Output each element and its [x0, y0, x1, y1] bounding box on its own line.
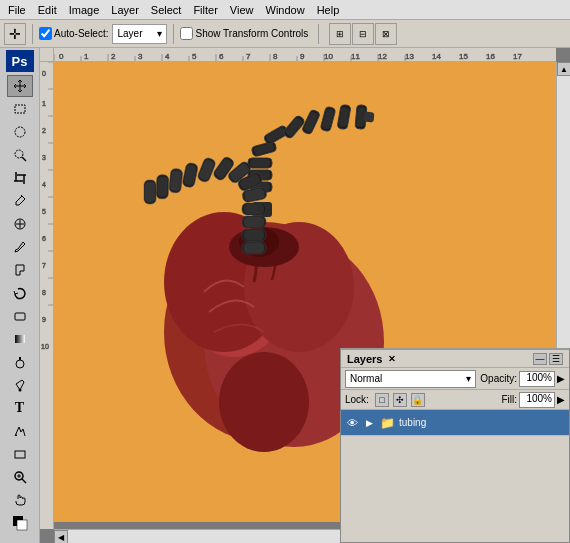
layers-tab-close[interactable]: ✕	[388, 354, 396, 364]
clone-stamp-tool[interactable]	[7, 259, 33, 281]
layer-name: tubing	[399, 417, 565, 428]
menu-window[interactable]: Window	[260, 2, 311, 18]
hand-tool[interactable]	[7, 489, 33, 511]
options-bar: ✛ Auto-Select: Layer ▾ Show Transform Co…	[0, 20, 570, 48]
opacity-control: Opacity: 100% ▶	[480, 371, 565, 387]
svg-point-1	[15, 127, 25, 137]
menu-help[interactable]: Help	[311, 2, 346, 18]
eyedropper-tool[interactable]	[7, 190, 33, 212]
opacity-label: Opacity:	[480, 373, 517, 384]
svg-text:6: 6	[42, 235, 46, 242]
fill-input[interactable]: 100%	[519, 392, 555, 408]
marquee-tool[interactable]	[7, 98, 33, 120]
transform-controls-group: Show Transform Controls	[180, 27, 308, 40]
blend-mode-dropdown[interactable]: Normal ▾	[345, 370, 476, 388]
ruler-corner	[40, 48, 54, 62]
layer-folder-icon: 📁	[379, 416, 395, 430]
svg-text:2: 2	[42, 127, 46, 134]
menu-image[interactable]: Image	[63, 2, 106, 18]
svg-point-84	[219, 352, 309, 452]
menu-bar: File Edit Image Layer Select Filter View…	[0, 0, 570, 20]
align-left-btn[interactable]: ⊞	[329, 23, 351, 45]
layers-blend-toolbar: Normal ▾ Opacity: 100% ▶	[341, 368, 569, 390]
menu-layer[interactable]: Layer	[105, 2, 145, 18]
svg-text:0: 0	[42, 70, 46, 77]
svg-text:12: 12	[378, 52, 387, 61]
menu-file[interactable]: File	[2, 2, 32, 18]
dodge-tool[interactable]	[7, 351, 33, 373]
svg-text:14: 14	[432, 52, 441, 61]
menu-select[interactable]: Select	[145, 2, 188, 18]
scroll-left-btn[interactable]: ◀	[54, 530, 68, 543]
layer-expand-arrow[interactable]: ▶	[363, 417, 375, 429]
quick-select-tool[interactable]	[7, 144, 33, 166]
lasso-tool[interactable]	[7, 121, 33, 143]
layers-lock-bar: Lock: □ ✣ 🔒 Fill: 100% ▶	[341, 390, 569, 410]
pen-tool[interactable]	[7, 374, 33, 396]
canvas-area[interactable]: 0 1 2 3 4 5 6 7 8 9 10 11 12 13 14 15 16	[40, 48, 570, 543]
menu-filter[interactable]: Filter	[187, 2, 223, 18]
photoshop-badge: Ps	[6, 50, 34, 72]
brush-tool[interactable]	[7, 236, 33, 258]
dropdown-arrow-icon: ▾	[157, 28, 162, 39]
zoom-tool[interactable]	[7, 466, 33, 488]
layer-row[interactable]: 👁 ▶ 📁 tubing	[341, 410, 569, 436]
lock-icons-group: □ ✣ 🔒	[375, 393, 425, 407]
svg-rect-89	[252, 183, 270, 191]
color-picker[interactable]	[7, 512, 33, 534]
opacity-input[interactable]: 100%	[519, 371, 555, 387]
eraser-tool[interactable]	[7, 305, 33, 327]
svg-text:10: 10	[324, 52, 333, 61]
transform-controls-checkbox[interactable]	[180, 27, 193, 40]
menu-view[interactable]: View	[224, 2, 260, 18]
path-selection-tool[interactable]	[7, 420, 33, 442]
move-tool-btn[interactable]: ✛	[4, 23, 26, 45]
svg-rect-12	[15, 313, 25, 320]
layer-dropdown[interactable]: Layer ▾	[112, 24, 167, 44]
align-center-btn[interactable]: ⊟	[352, 23, 374, 45]
svg-text:9: 9	[300, 52, 305, 61]
auto-select-checkbox[interactable]	[39, 27, 52, 40]
svg-text:11: 11	[351, 52, 360, 61]
gradient-tool[interactable]	[7, 328, 33, 350]
shape-tool[interactable]	[7, 443, 33, 465]
ruler-horizontal: 0 1 2 3 4 5 6 7 8 9 10 11 12 13 14 15 16	[54, 48, 556, 62]
move-tool[interactable]	[7, 75, 33, 97]
layers-tab[interactable]: Layers ✕	[347, 353, 396, 365]
layers-panel: Layers ✕ — ☰ Normal ▾ Opacity: 100%	[340, 348, 570, 543]
svg-point-86	[239, 227, 279, 257]
svg-rect-0	[15, 105, 25, 113]
scroll-up-btn[interactable]: ▲	[557, 62, 570, 76]
layer-visibility-toggle[interactable]: 👁	[345, 416, 359, 430]
lock-all-btn[interactable]: 🔒	[411, 393, 425, 407]
auto-select-checkbox-group: Auto-Select:	[39, 27, 108, 40]
svg-text:3: 3	[42, 154, 46, 161]
healing-brush-tool[interactable]	[7, 213, 33, 235]
svg-text:6: 6	[219, 52, 224, 61]
fill-arrow[interactable]: ▶	[557, 394, 565, 405]
svg-point-14	[16, 360, 24, 368]
crop-tool[interactable]	[7, 167, 33, 189]
fill-label: Fill:	[501, 394, 517, 405]
type-tool[interactable]: T	[7, 397, 33, 419]
svg-text:1: 1	[42, 100, 46, 107]
layers-panel-titlebar: Layers ✕ — ☰	[341, 350, 569, 368]
history-brush-tool[interactable]	[7, 282, 33, 304]
transform-controls-label: Show Transform Controls	[195, 28, 308, 39]
svg-text:9: 9	[42, 316, 46, 323]
svg-text:7: 7	[246, 52, 251, 61]
panel-menu-btn[interactable]: ☰	[549, 353, 563, 365]
svg-line-20	[22, 479, 26, 483]
svg-rect-91	[250, 171, 270, 179]
svg-rect-108	[364, 112, 375, 123]
opacity-arrow[interactable]: ▶	[557, 373, 565, 384]
svg-text:16: 16	[486, 52, 495, 61]
svg-rect-24	[17, 520, 27, 530]
align-right-btn[interactable]: ⊠	[375, 23, 397, 45]
lock-pixels-btn[interactable]: □	[375, 393, 389, 407]
svg-text:7: 7	[42, 262, 46, 269]
lock-position-btn[interactable]: ✣	[393, 393, 407, 407]
panel-minimize-btn[interactable]: —	[533, 353, 547, 365]
svg-text:5: 5	[192, 52, 197, 61]
menu-edit[interactable]: Edit	[32, 2, 63, 18]
